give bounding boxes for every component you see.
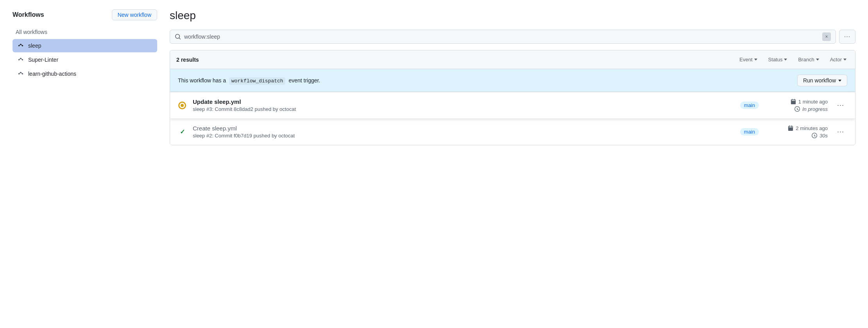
run-time-1: 1 minute ago bbox=[791, 99, 828, 105]
calendar-icon-1 bbox=[791, 99, 796, 104]
svg-line-3 bbox=[19, 45, 21, 46]
main-content: sleep × ··· 2 results Event bbox=[170, 9, 855, 319]
search-input[interactable] bbox=[184, 34, 819, 40]
calendar-icon-2 bbox=[788, 125, 793, 131]
sidebar: Workflows New workflow All workflows sle… bbox=[13, 9, 157, 319]
dispatch-banner: This workflow has a workflow_dispatch ev… bbox=[170, 69, 855, 92]
svg-line-9 bbox=[21, 59, 23, 60]
in-progress-inner bbox=[181, 104, 184, 107]
status-chevron-icon bbox=[784, 59, 787, 61]
more-options-button[interactable]: ··· bbox=[839, 30, 855, 44]
filter-status-button[interactable]: Status bbox=[766, 55, 790, 64]
run-meta-1: 1 minute ago In progress bbox=[765, 99, 828, 112]
timer-icon-2 bbox=[812, 133, 817, 138]
page-title: sleep bbox=[170, 9, 855, 22]
sidebar-label-sleep: sleep bbox=[28, 43, 41, 49]
branch-chevron-icon bbox=[816, 59, 819, 61]
run-meta-2: 2 minutes ago 30s bbox=[765, 125, 828, 139]
dispatch-code: workflow_dispatch bbox=[229, 77, 286, 85]
sidebar-label-learn: learn-github-actions bbox=[28, 71, 76, 77]
app-container: Workflows New workflow All workflows sle… bbox=[0, 0, 868, 328]
search-input-wrapper: × bbox=[170, 30, 836, 44]
run-status-text-1: In progress bbox=[794, 106, 828, 112]
svg-line-8 bbox=[19, 59, 21, 60]
sidebar-all-workflows[interactable]: All workflows bbox=[13, 27, 157, 37]
run-status-icon-2: ✓ bbox=[178, 128, 187, 136]
new-workflow-button[interactable]: New workflow bbox=[112, 9, 157, 20]
filter-actor-button[interactable]: Actor bbox=[828, 55, 849, 64]
filter-status-label: Status bbox=[768, 57, 783, 62]
in-progress-icon bbox=[178, 102, 186, 109]
branch-badge-1[interactable]: main bbox=[740, 102, 759, 109]
dispatch-text: This workflow has a workflow_dispatch ev… bbox=[178, 77, 320, 84]
filter-branch-button[interactable]: Branch bbox=[796, 55, 821, 64]
sidebar-item-learn-github-actions[interactable]: learn-github-actions bbox=[13, 67, 157, 80]
filter-actor-label: Actor bbox=[830, 57, 842, 62]
workflow-icon-sleep bbox=[17, 42, 24, 49]
svg-line-14 bbox=[21, 73, 23, 74]
run-status-label-2: 30s bbox=[820, 133, 828, 139]
svg-line-4 bbox=[21, 45, 23, 46]
results-header: 2 results Event Status Branch Actor bbox=[170, 50, 855, 69]
svg-line-13 bbox=[19, 73, 21, 74]
run-subtitle-1: sleep #3: Commit 8c8dad2 pushed by octoc… bbox=[193, 106, 734, 112]
run-status-label-1: In progress bbox=[802, 106, 828, 112]
search-bar-row: × ··· bbox=[170, 30, 855, 44]
run-workflow-label: Run workflow bbox=[803, 77, 836, 84]
workflow-icon-learn bbox=[17, 70, 24, 77]
run-title-1[interactable]: Update sleep.yml bbox=[193, 98, 734, 105]
run-status-icon-1 bbox=[178, 101, 187, 110]
sidebar-label-super-linter: Super-Linter bbox=[28, 57, 58, 63]
filter-event-label: Event bbox=[739, 57, 752, 62]
sidebar-title: Workflows bbox=[13, 11, 44, 18]
run-workflow-button[interactable]: Run workflow bbox=[797, 75, 847, 86]
branch-badge-2[interactable]: main bbox=[740, 128, 759, 135]
run-status-text-2: 30s bbox=[812, 133, 828, 139]
results-count: 2 results bbox=[176, 57, 731, 63]
run-subtitle-2: sleep #2: Commit f0b7d19 pushed by octoc… bbox=[193, 133, 734, 139]
sidebar-header: Workflows New workflow bbox=[13, 9, 157, 20]
sidebar-item-sleep[interactable]: sleep bbox=[13, 39, 157, 52]
success-icon: ✓ bbox=[180, 128, 185, 135]
dispatch-text-before: This workflow has a bbox=[178, 77, 226, 84]
run-info-1: Update sleep.yml sleep #3: Commit 8c8dad… bbox=[193, 98, 734, 112]
run-time-text-2: 2 minutes ago bbox=[796, 125, 828, 131]
search-icon bbox=[175, 34, 181, 40]
run-row-2: ✓ Create sleep.yml sleep #2: Commit f0b7… bbox=[170, 119, 855, 145]
workflow-icon-super-linter bbox=[17, 56, 24, 63]
run-workflow-chevron-icon bbox=[838, 80, 841, 82]
results-area: 2 results Event Status Branch Actor bbox=[170, 50, 855, 145]
sidebar-item-super-linter[interactable]: Super-Linter bbox=[13, 53, 157, 66]
run-dots-button-2[interactable]: ··· bbox=[834, 126, 847, 137]
run-info-2: Create sleep.yml sleep #2: Commit f0b7d1… bbox=[193, 125, 734, 139]
run-title-2[interactable]: Create sleep.yml bbox=[193, 125, 734, 132]
run-dots-button-1[interactable]: ··· bbox=[834, 100, 847, 111]
filter-branch-label: Branch bbox=[798, 57, 814, 62]
run-time-text-1: 1 minute ago bbox=[798, 99, 828, 105]
dispatch-text-after: event trigger. bbox=[289, 77, 320, 84]
search-clear-button[interactable]: × bbox=[822, 32, 831, 41]
run-row-1: Update sleep.yml sleep #3: Commit 8c8dad… bbox=[170, 92, 855, 119]
event-chevron-icon bbox=[754, 59, 757, 61]
actor-chevron-icon bbox=[843, 59, 846, 61]
filter-event-button[interactable]: Event bbox=[737, 55, 759, 64]
run-time-2: 2 minutes ago bbox=[788, 125, 828, 131]
timer-icon-1 bbox=[794, 106, 800, 112]
